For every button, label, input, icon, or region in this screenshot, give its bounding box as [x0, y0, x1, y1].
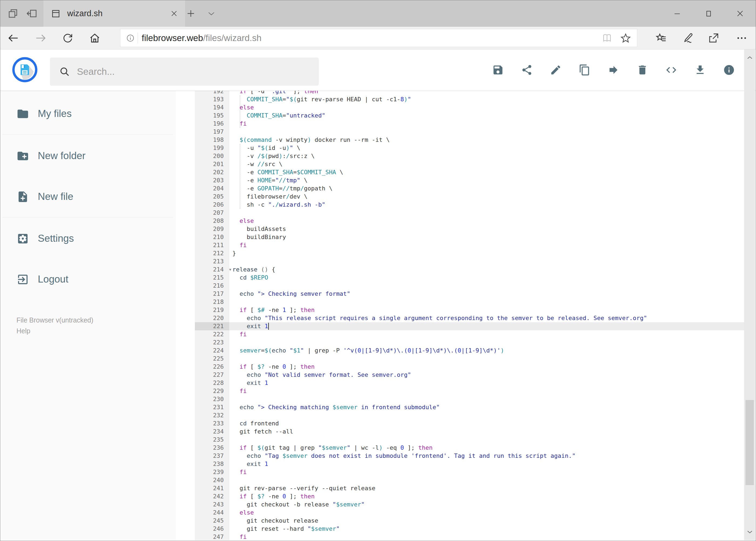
tab-title: wizard.sh [67, 9, 163, 18]
maximize-button[interactable] [698, 0, 720, 27]
app-header [0, 49, 756, 91]
page-favicon-icon [51, 9, 60, 18]
info-button[interactable] [723, 64, 735, 76]
address-bar[interactable]: filebrowser.web/files/wizard.sh [120, 29, 637, 47]
sidebar-item-my-files[interactable]: My files [0, 104, 176, 124]
sidebar-item-label: New file [38, 191, 74, 202]
search-input[interactable] [76, 66, 283, 77]
tab-close-icon[interactable] [170, 10, 177, 17]
refresh-icon[interactable] [60, 31, 75, 46]
code-editor[interactable]: 192 if [ -d ".git" ]; then193 COMMIT_SHA… [195, 91, 745, 540]
download-button[interactable] [694, 64, 706, 76]
logout-icon [16, 273, 29, 286]
forward-icon[interactable] [33, 31, 48, 46]
delete-button[interactable] [636, 64, 648, 76]
sidebar-item-new-file[interactable]: New file [0, 186, 176, 207]
move-button[interactable] [608, 64, 620, 76]
favorite-star-icon[interactable] [620, 33, 631, 44]
browser-tab[interactable]: wizard.sh [44, 0, 185, 27]
settings-icon [16, 232, 29, 245]
create-new-folder-icon [16, 150, 29, 162]
reading-view-icon[interactable] [602, 33, 612, 43]
version-text: File Browser v(untracked) [16, 315, 94, 325]
nav-bar: filebrowser.web/files/wizard.sh [0, 27, 756, 49]
sidebar-item-label: New folder [38, 150, 86, 162]
address-separator [137, 33, 138, 44]
search-bar[interactable] [50, 58, 319, 86]
new-file-icon [16, 191, 29, 203]
set-tabs-aside-icon[interactable] [24, 0, 40, 27]
sidebar-item-label: My files [38, 108, 72, 119]
source-code-button[interactable] [665, 64, 677, 76]
browser-window: wizard.sh [0, 0, 756, 541]
edit-button[interactable] [550, 64, 562, 76]
save-button[interactable] [492, 64, 504, 76]
back-icon[interactable] [6, 31, 21, 46]
copy-button[interactable] [579, 64, 591, 76]
url-text[interactable]: filebrowser.web/files/wizard.sh [142, 33, 262, 43]
title-bar: wizard.sh [0, 0, 756, 27]
sidebar-divider [2, 134, 173, 135]
folder-icon [16, 108, 29, 120]
hub-favorites-icon[interactable] [654, 31, 669, 46]
sidebar-item-label: Logout [38, 273, 68, 285]
scroll-down-icon[interactable] [744, 526, 755, 538]
search-icon [59, 66, 70, 77]
scrollbar-thumb[interactable] [745, 400, 754, 485]
share-button[interactable] [521, 64, 533, 76]
sidebar-divider [2, 217, 173, 218]
sidebar-footer: File Browser v(untracked) Help [16, 315, 94, 336]
home-icon[interactable] [87, 31, 102, 46]
help-link[interactable]: Help [16, 325, 94, 336]
close-button[interactable] [729, 0, 751, 27]
web-note-pen-icon[interactable] [681, 31, 696, 46]
file-toolbar [492, 49, 735, 91]
scroll-up-icon[interactable] [744, 52, 755, 64]
more-ellipsis-icon[interactable] [734, 31, 749, 46]
sidebar-item-label: Settings [38, 233, 74, 244]
sidebar-item-new-folder[interactable]: New folder [0, 146, 176, 166]
filebrowser-logo-icon[interactable] [12, 57, 38, 82]
share-icon[interactable] [706, 31, 721, 46]
sidebar: My files New folder New file Settings Lo… [0, 91, 176, 540]
sidebar-item-settings[interactable]: Settings [0, 228, 176, 249]
page-scrollbar[interactable] [744, 49, 755, 540]
minimize-button[interactable] [666, 0, 688, 27]
tab-preview-icon[interactable] [5, 0, 21, 27]
info-icon[interactable] [126, 34, 134, 42]
tab-dropdown-chevron-icon[interactable] [203, 0, 219, 27]
sidebar-item-logout[interactable]: Logout [0, 269, 176, 289]
new-tab-icon[interactable] [183, 0, 199, 27]
